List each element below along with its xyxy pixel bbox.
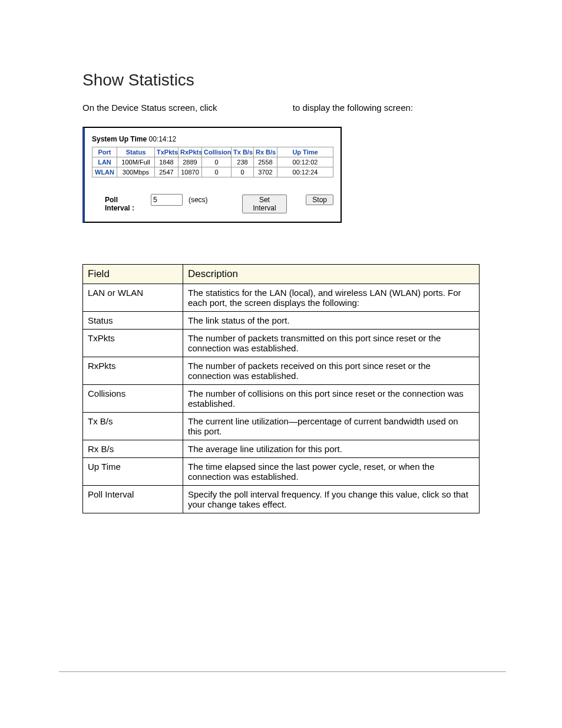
poll-unit: (secs) [189, 196, 208, 204]
statistics-table: Port Status TxPkts RxPkts Collisions Tx … [92, 147, 333, 177]
stop-button[interactable]: Stop [306, 195, 333, 205]
cell-rxbs: 3702 [254, 167, 277, 177]
desc-field: RxPkts [83, 357, 183, 384]
desc-text: The statistics for the LAN (local), and … [183, 284, 480, 311]
col-port: Port [92, 147, 117, 157]
intro-text: On the Device Status screen, click to di… [82, 101, 480, 115]
desc-row: RxPktsThe number of packets received on … [83, 357, 480, 384]
intro-after: to display the following screen: [293, 103, 413, 113]
poll-interval-label: Poll Interval : [105, 196, 145, 212]
cell-txbs: 0 [232, 167, 254, 177]
col-txpkts: TxPkts [155, 147, 178, 157]
desc-row: Up TimeThe time elapsed since the last p… [83, 457, 480, 485]
cell-up: 00:12:02 [277, 157, 333, 167]
desc-text: Specify the poll interval frequency. If … [183, 485, 480, 513]
desc-field: Poll Interval [83, 485, 183, 513]
desc-row: StatusThe link status of the port. [83, 311, 480, 329]
desc-text: The average line utilization for this po… [183, 440, 480, 457]
page-title: Show Statistics [82, 71, 480, 90]
desc-text: The number of collisions on this port si… [183, 384, 480, 412]
field-description-table: Field Description LAN or WLANThe statist… [82, 264, 480, 513]
table-row: LAN 100M/Full 1848 2889 0 238 2558 00:12… [92, 157, 333, 167]
desc-field: TxPkts [83, 329, 183, 357]
desc-text: The time elapsed since the last power cy… [183, 457, 480, 485]
desc-row: Rx B/sThe average line utilization for t… [83, 440, 480, 457]
cell-tx: 2547 [155, 167, 178, 177]
desc-head-desc: Description [183, 264, 480, 284]
cell-rx: 10870 [178, 167, 202, 177]
cell-tx: 1848 [155, 157, 178, 167]
stats-header-row: Port Status TxPkts RxPkts Collisions Tx … [92, 147, 333, 157]
cell-col: 0 [202, 167, 232, 177]
desc-row: Tx B/sThe current line utilization—perce… [83, 412, 480, 440]
desc-field: Status [83, 311, 183, 329]
system-uptime: System Up Time 00:14:12 [92, 135, 333, 143]
table-row: WLAN 300Mbps 2547 10870 0 0 3702 00:12:2… [92, 167, 333, 177]
col-txbs: Tx B/s [232, 147, 254, 157]
col-rxpkts: RxPkts [178, 147, 202, 157]
set-interval-button[interactable]: Set Interval [242, 195, 287, 213]
cell-txbs: 238 [232, 157, 254, 167]
desc-field: Collisions [83, 384, 183, 412]
desc-text: The number of packets transmitted on thi… [183, 329, 480, 357]
cell-rxbs: 2558 [254, 157, 277, 167]
desc-field: LAN or WLAN [83, 284, 183, 311]
desc-field: Rx B/s [83, 440, 183, 457]
cell-port: LAN [92, 157, 117, 167]
col-status: Status [117, 147, 155, 157]
cell-status: 100M/Full [117, 157, 155, 167]
desc-text: The number of packets received on this p… [183, 357, 480, 384]
desc-row: Poll IntervalSpecify the poll interval f… [83, 485, 480, 513]
col-uptime: Up Time [277, 147, 333, 157]
desc-text: The link status of the port. [183, 311, 480, 329]
poll-interval-input[interactable] [151, 194, 183, 206]
uptime-label: System Up Time [92, 135, 147, 143]
poll-controls: Poll Interval : (secs) Set Interval Stop [92, 194, 333, 213]
cell-status: 300Mbps [117, 167, 155, 177]
uptime-value: 00:14:12 [149, 135, 177, 143]
footer-divider [59, 671, 506, 672]
intro-before: On the Device Status screen, click [82, 103, 220, 113]
cell-rx: 2889 [178, 157, 202, 167]
cell-port: WLAN [92, 167, 117, 177]
cell-col: 0 [202, 157, 232, 167]
desc-text: The current line utilization—percentage … [183, 412, 480, 440]
desc-row: TxPktsThe number of packets transmitted … [83, 329, 480, 357]
col-collisions: Collisions [202, 147, 232, 157]
statistics-screenshot: System Up Time 00:14:12 Port Status TxPk… [82, 127, 342, 223]
cell-up: 00:12:24 [277, 167, 333, 177]
desc-field: Up Time [83, 457, 183, 485]
desc-field: Tx B/s [83, 412, 183, 440]
col-rxbs: Rx B/s [254, 147, 277, 157]
desc-row: LAN or WLANThe statistics for the LAN (l… [83, 284, 480, 311]
desc-row: CollisionsThe number of collisions on th… [83, 384, 480, 412]
desc-head-field: Field [83, 264, 183, 284]
